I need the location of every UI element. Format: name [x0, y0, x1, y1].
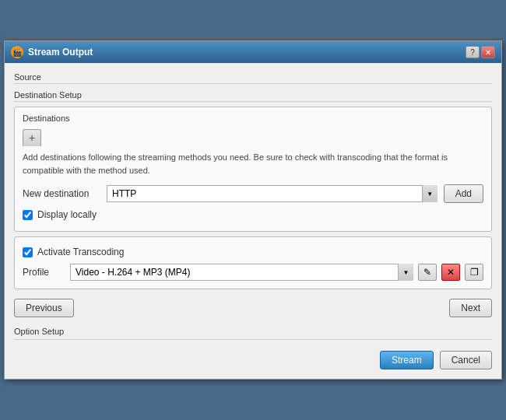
window-body: Source Destination Setup Destinations + … — [5, 63, 501, 379]
destinations-title: Destinations — [23, 114, 483, 123]
destination-setup-label: Destination Setup — [14, 87, 492, 102]
profile-dropdown-wrapper: Video - H.264 + MP3 (MP4) Video - H.265 … — [70, 264, 413, 281]
close-button[interactable]: ✕ — [481, 46, 495, 58]
window-title: Stream Output — [28, 47, 93, 58]
destination-dropdown[interactable]: HTTP RTSP RTP RTMP File — [107, 185, 437, 202]
new-destination-label: New destination — [23, 188, 100, 199]
edit-icon: ✎ — [423, 267, 431, 278]
cancel-button[interactable]: Cancel — [440, 351, 492, 369]
profile-dropdown[interactable]: Video - H.264 + MP3 (MP4) Video - H.265 … — [70, 264, 413, 281]
stream-output-window: 🎬 Stream Output ? ✕ Source Destination S… — [4, 40, 502, 380]
destinations-description: Add destinations following the streaming… — [23, 151, 483, 177]
navigation-buttons: Previous Next — [14, 299, 492, 317]
help-button[interactable]: ? — [466, 46, 480, 58]
transcoding-group: Activate Transcoding Profile Video - H.2… — [14, 236, 492, 289]
title-bar-left: 🎬 Stream Output — [11, 46, 93, 58]
copy-icon: ❐ — [470, 267, 479, 278]
new-destination-row: New destination HTTP RTSP RTP RTMP File … — [23, 184, 483, 203]
delete-icon: ✕ — [447, 267, 455, 278]
stream-button[interactable]: Stream — [380, 351, 434, 369]
option-setup-label: Option Setup — [14, 324, 492, 340]
display-locally-row: Display locally — [23, 209, 483, 220]
title-bar-buttons: ? ✕ — [466, 46, 495, 58]
display-locally-label[interactable]: Display locally — [37, 209, 97, 220]
final-action-row: Stream Cancel — [14, 346, 492, 373]
tab-bar: + — [23, 129, 483, 146]
destination-dropdown-wrapper: HTTP RTSP RTP RTMP File ▼ — [107, 185, 437, 202]
activate-transcoding-checkbox[interactable] — [23, 247, 33, 257]
add-tab-button[interactable]: + — [23, 129, 41, 146]
activate-transcoding-label[interactable]: Activate Transcoding — [37, 247, 124, 257]
copy-profile-button[interactable]: ❐ — [465, 264, 483, 281]
previous-button[interactable]: Previous — [14, 299, 74, 317]
next-button[interactable]: Next — [449, 299, 492, 317]
activate-transcoding-row: Activate Transcoding — [23, 247, 483, 257]
add-button[interactable]: Add — [444, 184, 483, 203]
display-locally-checkbox[interactable] — [23, 210, 33, 220]
profile-label: Profile — [23, 267, 65, 278]
edit-profile-button[interactable]: ✎ — [418, 264, 437, 281]
source-section-label: Source — [14, 69, 492, 84]
profile-row: Profile Video - H.264 + MP3 (MP4) Video … — [23, 264, 483, 281]
title-bar: 🎬 Stream Output ? ✕ — [5, 41, 501, 63]
vlc-icon: 🎬 — [11, 46, 23, 58]
delete-profile-button[interactable]: ✕ — [441, 264, 460, 281]
destinations-group: Destinations + Add destinations followin… — [14, 107, 492, 232]
